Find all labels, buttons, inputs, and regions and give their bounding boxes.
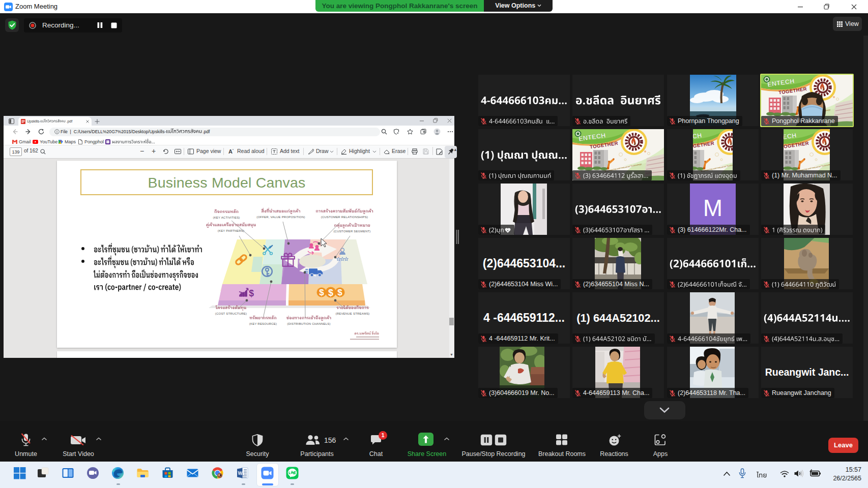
svg-text:(KEY PARTNERS): (KEY PARTNERS) [218, 229, 244, 232]
svg-text:(CUSTOMER RELATIONSHIPS): (CUSTOMER RELATIONSHIPS) [321, 216, 368, 219]
svg-text:$: $ [328, 288, 333, 298]
svg-text:(KEY RESOURCE): (KEY RESOURCE) [249, 322, 277, 325]
svg-text:(KEY ACTIVITIES): (KEY ACTIVITIES) [213, 216, 240, 219]
svg-text:(DISTRIBUTION CHANNELS): (DISTRIBUTION CHANNELS) [287, 322, 330, 325]
svg-text:$: $ [249, 288, 254, 298]
svg-text:(COST STRUCTURE): (COST STRUCTURE) [215, 312, 247, 315]
svg-text:$: $ [319, 288, 324, 297]
svg-text:(REVENUE STREAMS): (REVENUE STREAMS) [335, 312, 369, 315]
svg-text:(OFFER, VALUE PROPOSITION): (OFFER, VALUE PROPOSITION) [256, 216, 305, 219]
svg-text:(CUSTOMER SEGMENT): (CUSTOMER SEGMENT) [333, 230, 370, 233]
svg-text:$: $ [337, 288, 342, 297]
